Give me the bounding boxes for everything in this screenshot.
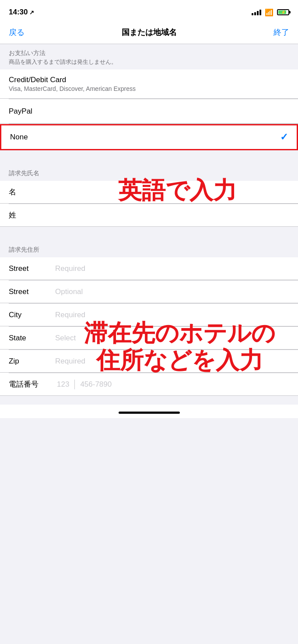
street2-row[interactable]: Street Optional [0, 280, 298, 303]
billing-address-label: 請求先住所 [9, 246, 289, 254]
status-icons: 📶 ⚡ [252, 8, 289, 17]
credit-card-option[interactable]: Credit/Debit Card Visa, MasterCard, Disc… [0, 69, 298, 99]
none-option[interactable]: None ✓ [0, 124, 298, 150]
signal-icon [252, 9, 261, 15]
city-row[interactable]: City Required [0, 304, 298, 326]
billing-address-section: Street Required Street Optional City Req… [0, 257, 298, 396]
phone-divider [74, 380, 75, 389]
zip-label: Zip [9, 357, 48, 366]
back-button[interactable]: 戻る [9, 27, 25, 38]
status-time: 14:30 ↗ [9, 8, 34, 17]
phone-placeholder1: 123 [57, 380, 69, 389]
first-name-label: 名 [9, 187, 48, 197]
phone-placeholder2: 456-7890 [80, 380, 112, 389]
zip-placeholder: Required [55, 357, 85, 366]
street2-label: Street [9, 287, 48, 296]
status-bar: 14:30 ↗ 📶 ⚡ [0, 0, 298, 23]
none-label: None [10, 133, 28, 142]
billing-name-header: 請求先氏名 [0, 164, 298, 181]
phone-row[interactable]: 電話番号 123 456-7890 [0, 373, 298, 396]
home-bar [119, 412, 180, 414]
city-placeholder: Required [55, 311, 85, 319]
payment-header-label: お支払い方法 [9, 49, 289, 57]
credit-card-sublabel: Visa, MasterCard, Discover, American Exp… [9, 85, 136, 92]
battery-icon: ⚡ [277, 9, 289, 15]
section-divider-2 [0, 227, 298, 241]
zip-row[interactable]: Zip Required [0, 350, 298, 373]
wifi-icon: 📶 [265, 8, 273, 17]
done-button[interactable]: 終了 [273, 27, 289, 38]
paypal-option[interactable]: PayPal [0, 99, 298, 124]
billing-name-label: 請求先氏名 [9, 170, 289, 177]
credit-card-label: Credit/Debit Card [9, 76, 136, 84]
bottom-spacer [0, 396, 298, 405]
payment-options-list: Credit/Debit Card Visa, MasterCard, Disc… [0, 69, 298, 124]
state-label: State [9, 334, 48, 343]
page-title: 国または地域名 [122, 27, 177, 38]
nav-bar: 戻る 国または地域名 終了 [0, 23, 298, 44]
section-divider-1 [0, 150, 298, 164]
location-arrow-icon: ↗ [29, 9, 34, 16]
street1-row[interactable]: Street Required [0, 257, 298, 280]
last-name-row[interactable]: 姓 [0, 204, 298, 227]
street1-placeholder: Required [55, 264, 85, 273]
billing-address-header: 請求先住所 [0, 241, 298, 257]
street2-placeholder: Optional [55, 287, 83, 296]
address-list: Street Required Street Optional City Req… [0, 257, 298, 396]
state-row[interactable]: State Select [0, 327, 298, 350]
checkmark-icon: ✓ [280, 132, 288, 143]
paypal-label: PayPal [9, 107, 32, 116]
payment-subheader-label: 商品を購入するまで請求は発生しません。 [9, 58, 289, 66]
first-name-row[interactable]: 名 [0, 181, 298, 204]
street1-label: Street [9, 264, 48, 273]
city-label: City [9, 311, 48, 319]
billing-name-section: 名 姓 英語で入力 [0, 181, 298, 227]
phone-label: 電話番号 [9, 379, 48, 389]
payment-section-header: お支払い方法 商品を購入するまで請求は発生しません。 [0, 44, 298, 69]
name-list: 名 姓 [0, 181, 298, 227]
last-name-label: 姓 [9, 210, 48, 220]
home-indicator [0, 405, 298, 418]
state-placeholder: Select [55, 334, 76, 343]
